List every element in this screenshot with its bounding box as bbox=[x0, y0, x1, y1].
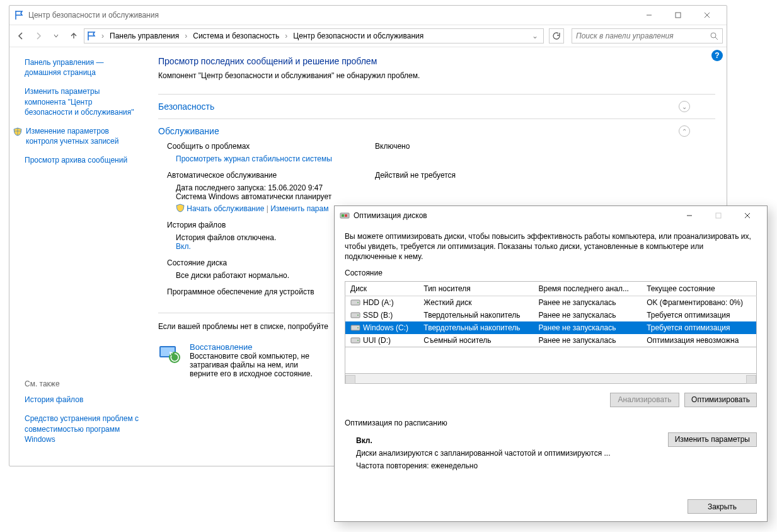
breadcrumb-bar[interactable]: › Панель управления › Система и безопасн… bbox=[84, 28, 544, 43]
navbar: › Панель управления › Система и безопасн… bbox=[9, 25, 727, 47]
close-dialog-button[interactable]: Закрыть bbox=[688, 499, 757, 514]
auto-maint-title: Автоматическое обслуживание bbox=[167, 171, 375, 180]
report-value: Включено bbox=[375, 142, 410, 151]
shield-icon bbox=[176, 204, 185, 212]
page-title: Просмотр последних сообщений и решение п… bbox=[158, 56, 715, 66]
svg-rect-11 bbox=[345, 214, 347, 217]
drive-icon bbox=[350, 337, 360, 344]
svg-point-21 bbox=[357, 327, 359, 328]
sidebar-link-home[interactable]: Панель управления — домашняя страница bbox=[25, 57, 141, 78]
crumb-2[interactable]: Центр безопасности и обслуживания bbox=[292, 32, 425, 40]
col-state[interactable]: Текущее состояние bbox=[642, 281, 756, 296]
chevron-up-icon: ⌃ bbox=[679, 125, 690, 137]
flag-icon bbox=[14, 10, 25, 20]
drive-icon bbox=[350, 311, 360, 319]
table-row[interactable]: UUI (D:)Съемный носительРанее не запуска… bbox=[345, 334, 757, 347]
svg-point-4 bbox=[711, 33, 716, 38]
chevron-down-icon: ⌄ bbox=[679, 101, 690, 112]
svg-rect-13 bbox=[716, 213, 721, 218]
col-disk[interactable]: Диск bbox=[345, 281, 419, 296]
file-history-on-link[interactable]: Вкл. bbox=[176, 242, 191, 251]
back-button[interactable] bbox=[13, 28, 28, 43]
schedule-on: Вкл. bbox=[356, 436, 372, 445]
col-last[interactable]: Время последнего анал... bbox=[534, 281, 642, 296]
minimize-button[interactable] bbox=[675, 206, 704, 225]
seealso-file-history[interactable]: История файлов bbox=[25, 395, 141, 405]
change-schedule-button[interactable]: Изменить параметры bbox=[668, 432, 757, 447]
search-box[interactable] bbox=[572, 28, 723, 43]
reliability-link[interactable]: Просмотреть журнал стабильности системы bbox=[176, 154, 332, 163]
drive-icon bbox=[350, 299, 360, 306]
drive-icon bbox=[350, 324, 360, 332]
change-maintenance-link[interactable]: Изменить парам bbox=[270, 204, 328, 213]
section-security-header[interactable]: Безопасность ⌄ bbox=[158, 101, 715, 112]
schedule-line1: Диски анализируются с запланированной ча… bbox=[356, 449, 751, 458]
recovery-link[interactable]: Восстановление bbox=[190, 342, 252, 352]
schedule-line2: Частота повторения: еженедельно bbox=[356, 461, 751, 470]
maximize-button[interactable] bbox=[704, 206, 733, 225]
seealso-compat[interactable]: Средство устранения проблем с совместимо… bbox=[25, 413, 141, 444]
flag-icon bbox=[87, 31, 97, 41]
col-type[interactable]: Тип носителя bbox=[418, 281, 533, 296]
horizontal-scrollbar[interactable] bbox=[345, 374, 757, 384]
section-security-title: Безопасность bbox=[158, 101, 214, 112]
analyze-button[interactable]: Анализировать bbox=[610, 393, 679, 407]
recovery-desc: Восстановите свой компьютер, не затрагив… bbox=[190, 352, 328, 378]
minimize-button[interactable] bbox=[635, 6, 664, 25]
svg-line-5 bbox=[715, 37, 718, 40]
svg-point-19 bbox=[357, 315, 359, 316]
sidebar-link-archive[interactable]: Просмотр архива сообщений bbox=[25, 155, 141, 165]
up-button[interactable] bbox=[66, 28, 81, 43]
state-label: Состояние bbox=[345, 269, 757, 277]
auto-last-run: Дата последнего запуска: 15.06.2020 9:47 bbox=[167, 183, 690, 192]
recent-dropdown[interactable] bbox=[49, 28, 64, 43]
drives-table[interactable]: Диск Тип носителя Время последнего анал.… bbox=[345, 281, 757, 347]
page-subtitle: Компонент "Центр безопасности и обслужив… bbox=[158, 71, 715, 80]
search-icon bbox=[710, 32, 718, 40]
table-row[interactable]: HDD (A:)Жесткий дискРанее не запускалась… bbox=[345, 296, 757, 309]
refresh-button[interactable] bbox=[549, 28, 564, 43]
recovery-icon bbox=[158, 342, 181, 365]
sidebar-link-uac[interactable]: Изменение параметров контроля учетных за… bbox=[26, 126, 141, 146]
section-maintenance-title: Обслуживание bbox=[158, 126, 219, 136]
table-row[interactable]: Windows (C:)Твердотельный накопительРане… bbox=[345, 321, 757, 334]
drive-icon bbox=[340, 211, 350, 221]
search-input[interactable] bbox=[576, 32, 710, 40]
maximize-button[interactable] bbox=[664, 6, 693, 25]
svg-point-17 bbox=[357, 302, 359, 303]
window-title: Центр безопасности и обслуживания bbox=[28, 11, 159, 20]
auto-line2: Система Windows автоматически планирует bbox=[167, 192, 690, 201]
auto-maint-status: Действий не требуется bbox=[375, 171, 456, 180]
chevron-down-icon[interactable]: ⌄ bbox=[529, 32, 541, 40]
close-button[interactable] bbox=[733, 206, 762, 225]
svg-rect-1 bbox=[676, 13, 681, 18]
crumb-0[interactable]: Панель управления bbox=[108, 32, 180, 40]
close-button[interactable] bbox=[693, 6, 722, 25]
forward-button[interactable] bbox=[31, 28, 46, 43]
help-icon[interactable]: ? bbox=[711, 50, 723, 61]
shield-icon bbox=[13, 127, 22, 136]
start-maintenance-link[interactable]: Начать обслуживание bbox=[187, 204, 264, 213]
crumb-1[interactable]: Система и безопасность bbox=[192, 32, 280, 40]
titlebar: Центр безопасности и обслуживания bbox=[9, 6, 727, 25]
svg-rect-10 bbox=[342, 214, 344, 217]
sidebar: Панель управления — домашняя страница Из… bbox=[9, 47, 141, 466]
opt-window-title: Оптимизация дисков bbox=[354, 211, 427, 220]
section-maintenance-header[interactable]: Обслуживание ⌃ bbox=[158, 125, 715, 137]
report-label: Сообщить о проблемах bbox=[167, 142, 375, 151]
sidebar-link-change-settings[interactable]: Изменить параметры компонента "Центр без… bbox=[25, 86, 141, 117]
optimize-drives-window: Оптимизация дисков Вы можете оптимизиров… bbox=[334, 205, 768, 522]
optimize-button[interactable]: Оптимизировать bbox=[684, 393, 757, 407]
see-also-heading: См. также bbox=[25, 379, 141, 388]
svg-point-23 bbox=[357, 340, 359, 341]
opt-description: Вы можете оптимизировать диски, чтобы по… bbox=[345, 231, 757, 262]
schedule-heading: Оптимизация по расписанию bbox=[345, 419, 757, 427]
table-row[interactable]: SSD (B:)Твердотельный накопительРанее не… bbox=[345, 309, 757, 321]
